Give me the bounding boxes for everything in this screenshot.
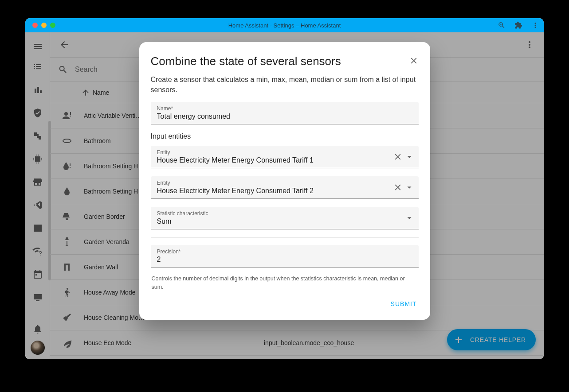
- precision-input[interactable]: [157, 256, 386, 264]
- name-field[interactable]: Name*: [151, 102, 419, 124]
- window-minimize-dot[interactable]: [41, 23, 47, 28]
- entity-input-1[interactable]: [157, 156, 386, 164]
- entity-field-1[interactable]: Entity: [151, 146, 419, 168]
- window-titlebar: Home Assistant - Settings – Home Assista…: [25, 18, 544, 32]
- clear-icon[interactable]: [393, 152, 403, 162]
- precision-hint: Controls the number of decimal digits in…: [151, 275, 419, 291]
- entity-input-2[interactable]: [157, 187, 386, 195]
- statistic-field-label: Statistic characteristic: [157, 210, 412, 217]
- modal-overlay[interactable]: Combine the state of several sensors Cre…: [25, 32, 544, 359]
- app-window: Home Assistant - Settings – Home Assista…: [25, 18, 544, 359]
- precision-field-label: Precision*: [157, 248, 412, 255]
- dialog-title: Combine the state of several sensors: [151, 54, 341, 68]
- entity-field-label: Entity: [157, 149, 412, 155]
- window-title: Home Assistant - Settings – Home Assista…: [228, 22, 341, 29]
- input-entities-label: Input entities: [151, 132, 419, 140]
- entity-field-label: Entity: [157, 180, 412, 186]
- window-close-dot[interactable]: [32, 23, 38, 28]
- submit-button[interactable]: SUBMIT: [389, 297, 419, 311]
- traffic-lights: [25, 23, 55, 28]
- dialog-close-button[interactable]: [409, 56, 419, 67]
- dialog: Combine the state of several sensors Cre…: [139, 42, 430, 320]
- extension-icon[interactable]: [514, 21, 522, 29]
- more-vert-icon[interactable]: [531, 21, 539, 29]
- divider: [151, 237, 419, 238]
- window-zoom-dot[interactable]: [50, 23, 55, 28]
- name-field-label: Name*: [157, 105, 412, 112]
- name-input[interactable]: [157, 113, 386, 120]
- clear-icon[interactable]: [393, 182, 403, 192]
- chevron-down-icon[interactable]: [404, 152, 414, 162]
- close-icon: [409, 56, 419, 66]
- dialog-description: Create a sensor that calculates a min, m…: [139, 73, 430, 102]
- app-body: Name Attic Variable Venti… Bathroom Bath…: [25, 32, 544, 359]
- chevron-down-icon[interactable]: [404, 182, 414, 192]
- titlebar-actions: [498, 21, 539, 29]
- zoom-icon[interactable]: [498, 21, 506, 29]
- chevron-down-icon[interactable]: [404, 213, 414, 223]
- statistic-value: Sum: [157, 217, 386, 225]
- precision-field[interactable]: Precision*: [151, 245, 419, 268]
- entity-field-2[interactable]: Entity: [151, 176, 419, 199]
- statistic-field[interactable]: Statistic characteristic Sum: [151, 207, 419, 229]
